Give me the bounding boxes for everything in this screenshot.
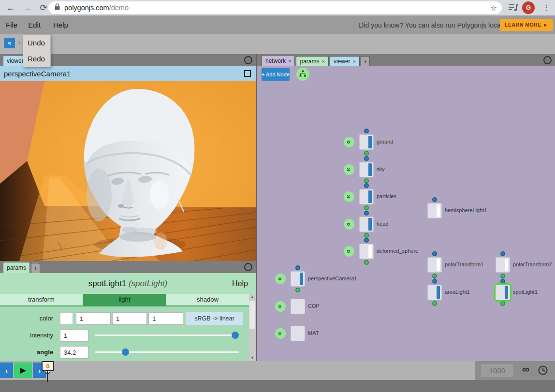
menu-item-redo[interactable]: Redo: [23, 51, 50, 67]
tab-params[interactable]: params: [3, 262, 30, 273]
node-output-dot[interactable]: [295, 288, 300, 292]
param-tab-light[interactable]: light: [83, 294, 166, 305]
intensity-slider[interactable]: [95, 334, 239, 336]
param-tab-transform[interactable]: transform: [0, 294, 83, 305]
intensity-input[interactable]: [60, 329, 88, 342]
menu-help[interactable]: Help: [53, 21, 68, 29]
tab-viewer-2[interactable]: viewer×: [330, 56, 360, 66]
node-body[interactable]: [427, 257, 442, 273]
node-hemisphereLight1[interactable]: hemisphereLight1: [427, 203, 442, 218]
angle-input[interactable]: [60, 346, 88, 359]
color-swatch[interactable]: [60, 312, 73, 325]
node-particles[interactable]: »particles: [359, 189, 374, 204]
menu-file[interactable]: File: [6, 21, 17, 29]
color-b-input[interactable]: [148, 312, 183, 325]
current-frame-indicator[interactable]: 0: [42, 361, 54, 371]
node-MAT[interactable]: »MAT: [291, 326, 305, 341]
node-input-dot[interactable]: [364, 211, 369, 216]
angle-slider-handle[interactable]: [122, 348, 129, 356]
node-body[interactable]: [359, 134, 374, 150]
color-g-input[interactable]: [112, 312, 147, 325]
node-body[interactable]: [291, 326, 305, 341]
help-link[interactable]: Help: [232, 273, 248, 294]
node-input-dot[interactable]: [500, 251, 505, 256]
node-collapse-icon[interactable]: »: [344, 191, 354, 202]
node-deformed_sphere[interactable]: »deformed_sphere: [359, 244, 374, 259]
node-body[interactable]: [496, 257, 510, 273]
close-icon[interactable]: ×: [321, 58, 324, 64]
node-output-dot[interactable]: [364, 151, 369, 156]
close-icon[interactable]: ×: [288, 58, 291, 64]
node-collapse-icon[interactable]: »: [344, 219, 354, 230]
clock-icon[interactable]: [538, 365, 548, 377]
tab-params-2[interactable]: params×: [296, 56, 328, 66]
bookmark-star-icon[interactable]: ☆: [490, 3, 497, 13]
back-icon[interactable]: ←: [5, 3, 16, 13]
viewer-panel-collapse-button[interactable]: −: [244, 56, 252, 64]
playhead-line[interactable]: [47, 371, 48, 382]
camera-checkbox[interactable]: [244, 70, 251, 77]
network-hierarchy-button[interactable]: [296, 68, 309, 81]
forward-icon[interactable]: →: [21, 3, 33, 13]
avatar[interactable]: G: [522, 1, 535, 14]
node-output-dot[interactable]: [364, 233, 369, 238]
end-frame-input[interactable]: [481, 364, 513, 377]
node-ground[interactable]: »ground: [359, 134, 374, 150]
node-collapse-icon[interactable]: »: [344, 164, 354, 175]
node-collapse-icon[interactable]: »: [275, 274, 286, 284]
chevron-right-icon[interactable]: ›: [18, 38, 20, 47]
node-body[interactable]: [496, 285, 510, 300]
browser-menu-icon[interactable]: ⋮: [542, 2, 550, 13]
address-bar[interactable]: polygonjs.com/demo ☆: [48, 1, 502, 14]
srgb-convert-button[interactable]: sRGB -> linear: [186, 312, 243, 325]
node-body[interactable]: [427, 285, 442, 300]
node-body[interactable]: [291, 271, 305, 287]
tab-network[interactable]: network×: [262, 55, 295, 66]
previous-frame-button[interactable]: ‹: [0, 363, 13, 378]
node-body[interactable]: [359, 217, 374, 232]
node-output-dot[interactable]: [364, 205, 369, 210]
node-body[interactable]: [427, 203, 442, 218]
node-input-dot[interactable]: [364, 156, 369, 161]
params-scrollbar[interactable]: ▲ ▼: [249, 294, 256, 361]
node-sky[interactable]: »sky: [359, 162, 374, 177]
node-body[interactable]: [359, 244, 374, 259]
scroll-up-icon[interactable]: ▲: [249, 295, 256, 299]
loop-infinity-icon[interactable]: ∞: [522, 363, 529, 375]
learn-more-button[interactable]: LEARN MORE ►: [500, 19, 553, 31]
extension-icon[interactable]: [508, 3, 519, 14]
scroll-down-icon[interactable]: ▼: [249, 356, 256, 360]
close-icon[interactable]: ×: [353, 58, 356, 64]
network-panel-collapse-button[interactable]: −: [543, 56, 552, 64]
node-body[interactable]: [359, 189, 374, 204]
node-collapse-icon[interactable]: »: [344, 137, 354, 147]
node-input-dot[interactable]: [295, 265, 300, 270]
node-polarTransform2[interactable]: polarTransform2: [496, 257, 510, 273]
reload-icon[interactable]: ⟳: [38, 2, 49, 13]
node-body[interactable]: [359, 162, 374, 177]
menu-edit[interactable]: Edit: [28, 21, 41, 29]
angle-slider[interactable]: [95, 351, 239, 353]
node-input-dot[interactable]: [364, 238, 369, 243]
node-collapse-icon[interactable]: »: [275, 301, 286, 312]
play-button[interactable]: ▶: [14, 363, 32, 378]
scrollbar-thumb[interactable]: [249, 301, 255, 329]
node-output-dot[interactable]: [364, 178, 369, 183]
intensity-slider-handle[interactable]: [232, 332, 239, 339]
menu-item-undo[interactable]: Undo: [23, 35, 50, 51]
node-input-dot[interactable]: [432, 197, 437, 202]
node-input-dot[interactable]: [364, 129, 369, 133]
node-output-dot[interactable]: [432, 301, 437, 306]
node-head[interactable]: »head: [359, 217, 374, 232]
params-panel-collapse-button[interactable]: −: [244, 263, 252, 271]
node-COP[interactable]: »COP: [291, 299, 305, 314]
collapse-panels-button[interactable]: «: [4, 38, 15, 48]
node-areaLight1[interactable]: areaLight1: [427, 285, 442, 300]
node-body[interactable]: [291, 299, 305, 314]
node-output-dot[interactable]: [500, 301, 505, 306]
3d-viewport[interactable]: [0, 81, 256, 261]
node-output-dot[interactable]: [364, 260, 369, 265]
params-new-tab-button[interactable]: +: [31, 263, 40, 273]
node-spotLight1[interactable]: spotLight1: [496, 285, 510, 300]
node-input-dot[interactable]: [432, 251, 437, 256]
